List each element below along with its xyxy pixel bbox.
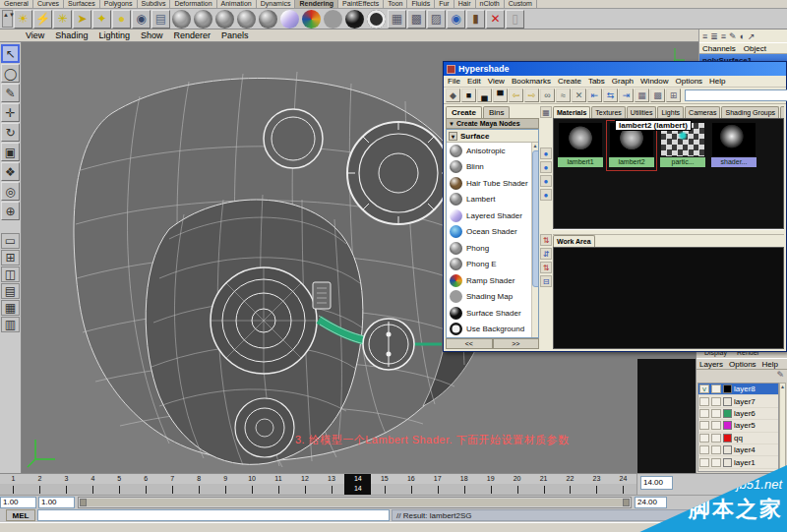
- paint-select-tool[interactable]: ✎: [1, 84, 20, 102]
- scale-tool[interactable]: ▣: [1, 143, 20, 161]
- create-connection-icon[interactable]: ∞: [540, 89, 555, 102]
- layer-type-checkbox[interactable]: [711, 421, 721, 430]
- popout-icon[interactable]: ↗: [748, 31, 756, 41]
- point-light-icon[interactable]: ✳: [53, 10, 72, 29]
- sort-type-icon[interactable]: ⇵: [540, 248, 552, 260]
- timeline-frame[interactable]: 24 24: [610, 474, 636, 496]
- menuset-tab[interactable]: Dynamics: [257, 0, 296, 8]
- env-ball-icon[interactable]: ◉: [447, 10, 465, 29]
- swatch-size-large-icon[interactable]: ●: [540, 175, 552, 187]
- shading-map-icon[interactable]: [324, 10, 342, 29]
- lambert-material-icon[interactable]: [215, 10, 234, 29]
- layer-color-swatch[interactable]: [723, 445, 732, 454]
- timeline-frame[interactable]: 5 5: [106, 474, 133, 496]
- swatch-size-xlarge-icon[interactable]: ●: [540, 189, 552, 201]
- timeline-frame[interactable]: 15 15: [371, 474, 397, 496]
- timeline-frame[interactable]: 23 23: [583, 474, 610, 496]
- browser-tab[interactable]: Utilities: [627, 106, 657, 118]
- shader-list-item[interactable]: Use Background: [447, 322, 531, 338]
- pager-next-button[interactable]: >>: [493, 338, 540, 349]
- blinn-material-icon[interactable]: [194, 10, 212, 29]
- layer-editor-menu-item[interactable]: Options: [729, 360, 757, 369]
- menuset-tab[interactable]: Deformation: [170, 0, 216, 8]
- render-view-icon[interactable]: ▦: [388, 10, 406, 29]
- layer-visibility-checkbox[interactable]: [699, 409, 709, 418]
- output-connections-icon[interactable]: ⇥: [619, 89, 634, 102]
- anisotropic-material-icon[interactable]: [172, 10, 191, 29]
- select-tool[interactable]: ↖: [1, 44, 20, 63]
- layer-visibility-checkbox[interactable]: [699, 458, 709, 467]
- hypershade-titlebar[interactable]: Hypershade: [444, 62, 786, 76]
- channel-box-menu-item[interactable]: Channels: [702, 44, 736, 53]
- timeline-frame[interactable]: 19 19: [477, 474, 504, 496]
- show-previous-graph-icon[interactable]: ▦: [635, 89, 649, 102]
- anchor-icon[interactable]: ◐: [740, 31, 745, 41]
- menuset-tab[interactable]: Curves: [33, 0, 64, 8]
- current-time-field[interactable]: 14.00: [640, 476, 673, 490]
- menuset-tab[interactable]: Subdivs: [138, 0, 171, 8]
- delete-unused-icon[interactable]: ✕: [486, 10, 505, 29]
- materials-swatch-area[interactable]: lambert1 lambert2 partic... shader... la…: [553, 118, 784, 229]
- layer-type-checkbox[interactable]: [711, 445, 721, 454]
- shader-list-item[interactable]: Anisotropic: [447, 143, 531, 159]
- qq[interactable]: qq: [698, 433, 778, 444]
- show-manipulators-icon[interactable]: ≡: [702, 31, 707, 41]
- directional-light-icon[interactable]: ⚡: [33, 10, 52, 29]
- layer-type-checkbox[interactable]: [711, 409, 721, 418]
- single-pane-layout-button[interactable]: ▭: [1, 233, 20, 249]
- layer1[interactable]: layer1: [698, 456, 778, 468]
- layered-shader-icon[interactable]: [280, 10, 299, 29]
- shader-list-item[interactable]: Phong: [447, 240, 531, 257]
- create-panel-tab[interactable]: Bins: [483, 106, 511, 118]
- work-area-canvas[interactable]: [553, 247, 784, 349]
- create-maya-nodes-header[interactable]: ▼ Create Maya Nodes: [446, 118, 539, 129]
- range-handle-left[interactable]: [80, 499, 87, 506]
- phong-material-icon[interactable]: [237, 10, 256, 29]
- sort-reverse-icon[interactable]: ⊟: [540, 275, 552, 287]
- channel-slider-icon[interactable]: ≣: [710, 31, 718, 41]
- shader-list-item[interactable]: Blinn: [447, 159, 531, 176]
- graph-materials-icon[interactable]: ≈: [556, 89, 571, 102]
- lighthouse-icon[interactable]: ▮: [466, 10, 485, 29]
- menuset-tab[interactable]: Surfaces: [64, 0, 100, 8]
- timeline-frame[interactable]: 13 13: [318, 474, 344, 496]
- layer-editor-menu-item[interactable]: Help: [762, 360, 778, 369]
- layer-visibility-checkbox[interactable]: [699, 434, 709, 443]
- menuset-tab[interactable]: General: [0, 0, 33, 8]
- timeline-frame[interactable]: 2 2: [27, 474, 53, 496]
- menuset-tab[interactable]: Custom: [505, 0, 537, 8]
- hypershade-menu-item[interactable]: Help: [709, 77, 725, 86]
- ambient-light-icon[interactable]: ☀: [14, 10, 32, 29]
- channel-box-menu-item[interactable]: Object: [744, 44, 766, 53]
- layer-color-swatch[interactable]: [723, 384, 732, 393]
- partial-shelf-icon[interactable]: ▯: [506, 10, 524, 29]
- timeline-frame[interactable]: 20 20: [504, 474, 530, 496]
- input-output-connections-icon[interactable]: ⇆: [603, 89, 618, 102]
- menuset-tab[interactable]: Animation: [217, 0, 257, 8]
- input-connections-icon[interactable]: ⇤: [587, 89, 602, 102]
- swatch-size-small-icon[interactable]: ●: [540, 148, 552, 159]
- timeline-frame[interactable]: 3 3: [53, 474, 80, 496]
- four-pane-layout-button[interactable]: ⊞: [1, 250, 20, 266]
- lasso-select-tool[interactable]: ◯: [1, 64, 20, 83]
- pin-pane-icon[interactable]: ◆: [446, 89, 460, 102]
- animation-start-field[interactable]: 1.00: [0, 497, 36, 508]
- sort-time-icon[interactable]: ⇅: [540, 262, 552, 273]
- layer4[interactable]: layer4: [698, 444, 778, 456]
- hypershade-menu-item[interactable]: Bookmarks: [512, 77, 551, 86]
- browser-tab[interactable]: Textures: [591, 106, 625, 118]
- hypershade-persp-layout-button[interactable]: ▦: [1, 300, 20, 316]
- layer-type-checkbox[interactable]: [711, 458, 721, 467]
- range-slider-bar[interactable]: [80, 499, 630, 506]
- shader-list-item[interactable]: Phong E: [447, 257, 531, 273]
- layer-type-checkbox[interactable]: [711, 384, 721, 393]
- timeline-frame[interactable]: 17 17: [424, 474, 451, 496]
- create-panel-tab[interactable]: Create: [446, 106, 482, 118]
- hypershade-menu-item[interactable]: Window: [640, 77, 668, 86]
- panel-menu-item[interactable]: Shading: [55, 30, 88, 40]
- timeline-frame[interactable]: 8 8: [186, 474, 212, 496]
- layer-visibility-checkbox[interactable]: [699, 445, 709, 454]
- menuset-tab[interactable]: nCloth: [476, 0, 505, 8]
- panel-menu-item[interactable]: View: [26, 30, 44, 40]
- layer-type-checkbox[interactable]: [711, 397, 721, 406]
